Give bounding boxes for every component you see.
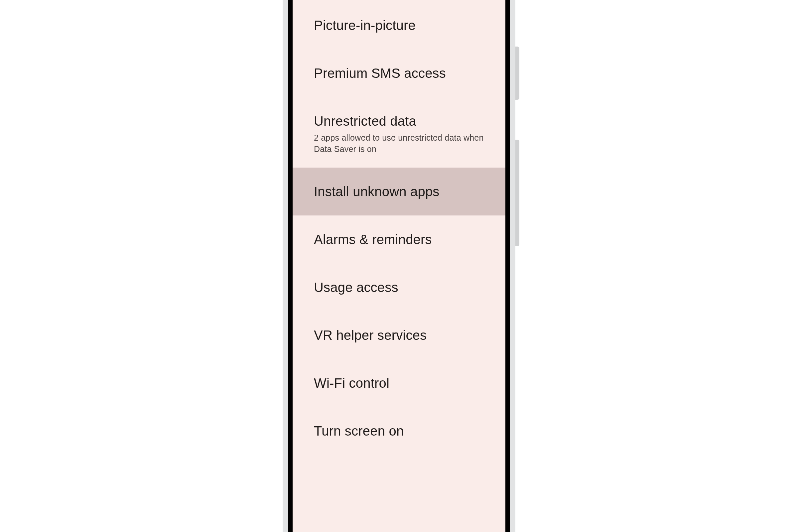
settings-item-title: Unrestricted data	[314, 113, 484, 129]
settings-item-usage-access[interactable]: Usage access	[292, 263, 506, 311]
settings-item-title: Turn screen on	[314, 423, 484, 439]
settings-item-title: Picture-in-picture	[314, 17, 484, 33]
phone-frame-outer: Picture-in-picture Premium SMS access Un…	[283, 0, 515, 532]
settings-item-picture-in-picture[interactable]: Picture-in-picture	[292, 1, 506, 49]
settings-item-title: Wi-Fi control	[314, 375, 484, 391]
settings-item-title: Alarms & reminders	[314, 231, 484, 247]
settings-item-subtitle: 2 apps allowed to use unrestricted data …	[314, 132, 484, 155]
device-mockup: Picture-in-picture Premium SMS access Un…	[283, 0, 515, 532]
settings-item-turn-screen-on[interactable]: Turn screen on	[292, 407, 506, 455]
volume-button	[515, 46, 519, 100]
settings-item-title: VR helper services	[314, 327, 484, 343]
settings-list[interactable]: Picture-in-picture Premium SMS access Un…	[292, 0, 506, 455]
settings-item-install-unknown-apps[interactable]: Install unknown apps	[292, 168, 506, 215]
settings-item-title: Premium SMS access	[314, 65, 484, 81]
power-button	[515, 140, 519, 246]
phone-frame-inner: Picture-in-picture Premium SMS access Un…	[288, 0, 510, 532]
phone-screen: Picture-in-picture Premium SMS access Un…	[292, 0, 506, 532]
settings-item-premium-sms-access[interactable]: Premium SMS access	[292, 49, 506, 97]
settings-item-unrestricted-data[interactable]: Unrestricted data 2 apps allowed to use …	[292, 97, 506, 168]
settings-item-wifi-control[interactable]: Wi-Fi control	[292, 359, 506, 407]
settings-item-title: Usage access	[314, 279, 484, 295]
settings-item-vr-helper-services[interactable]: VR helper services	[292, 311, 506, 359]
settings-item-title: Install unknown apps	[314, 184, 484, 200]
settings-item-alarms-reminders[interactable]: Alarms & reminders	[292, 215, 506, 263]
